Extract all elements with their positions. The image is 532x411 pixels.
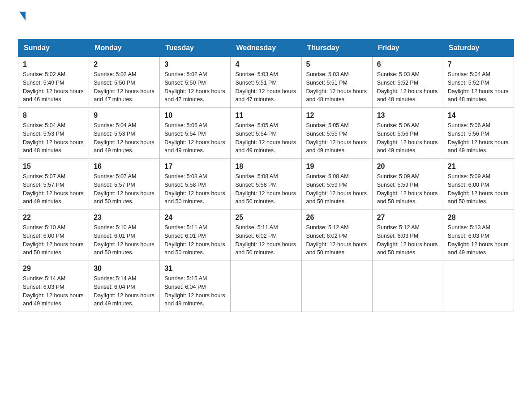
- day-number: 19: [306, 163, 368, 171]
- day-number: 15: [23, 163, 84, 171]
- calendar-cell: 9 Sunrise: 5:04 AM Sunset: 5:53 PM Dayli…: [89, 108, 160, 159]
- day-info: Sunrise: 5:15 AM Sunset: 6:04 PM Dayligh…: [164, 274, 226, 308]
- logo-arrow-icon: [19, 12, 26, 21]
- page-header: [18, 13, 514, 30]
- logo: [18, 13, 26, 30]
- calendar-cell: 6 Sunrise: 5:03 AM Sunset: 5:52 PM Dayli…: [372, 57, 443, 108]
- day-info: Sunrise: 5:13 AM Sunset: 6:03 PM Dayligh…: [448, 223, 509, 257]
- day-info: Sunrise: 5:03 AM Sunset: 5:51 PM Dayligh…: [235, 70, 296, 104]
- calendar-cell: [301, 261, 372, 312]
- day-number: 23: [94, 214, 155, 222]
- day-number: 16: [94, 163, 155, 171]
- day-info: Sunrise: 5:08 AM Sunset: 5:59 PM Dayligh…: [306, 172, 368, 206]
- day-info: Sunrise: 5:05 AM Sunset: 5:54 PM Dayligh…: [164, 121, 226, 155]
- day-number: 31: [164, 265, 226, 273]
- calendar-cell: 10 Sunrise: 5:05 AM Sunset: 5:54 PM Dayl…: [160, 108, 231, 159]
- day-info: Sunrise: 5:02 AM Sunset: 5:50 PM Dayligh…: [94, 70, 155, 104]
- day-number: 27: [377, 214, 438, 222]
- calendar-week-row: 22 Sunrise: 5:10 AM Sunset: 6:00 PM Dayl…: [18, 210, 514, 261]
- calendar-cell: 31 Sunrise: 5:15 AM Sunset: 6:04 PM Dayl…: [160, 261, 231, 312]
- calendar-cell: 30 Sunrise: 5:14 AM Sunset: 6:04 PM Dayl…: [89, 261, 160, 312]
- day-number: 6: [377, 60, 438, 68]
- calendar-table: SundayMondayTuesdayWednesdayThursdayFrid…: [18, 39, 514, 312]
- day-number: 26: [306, 214, 368, 222]
- day-info: Sunrise: 5:03 AM Sunset: 5:51 PM Dayligh…: [306, 70, 368, 104]
- day-info: Sunrise: 5:11 AM Sunset: 6:01 PM Dayligh…: [164, 223, 226, 257]
- day-info: Sunrise: 5:06 AM Sunset: 5:56 PM Dayligh…: [448, 121, 509, 155]
- calendar-cell: 25 Sunrise: 5:11 AM Sunset: 6:02 PM Dayl…: [231, 210, 301, 261]
- day-number: 10: [164, 111, 226, 120]
- calendar-cell: 23 Sunrise: 5:10 AM Sunset: 6:01 PM Dayl…: [89, 210, 160, 261]
- day-number: 12: [306, 111, 368, 120]
- day-info: Sunrise: 5:04 AM Sunset: 5:53 PM Dayligh…: [94, 121, 155, 155]
- calendar-week-row: 1 Sunrise: 5:02 AM Sunset: 5:49 PM Dayli…: [18, 57, 514, 108]
- calendar-cell: 5 Sunrise: 5:03 AM Sunset: 5:51 PM Dayli…: [301, 57, 372, 108]
- calendar-cell: 12 Sunrise: 5:05 AM Sunset: 5:55 PM Dayl…: [301, 108, 372, 159]
- day-number: 14: [448, 111, 509, 120]
- calendar-cell: [443, 261, 514, 312]
- column-header-sunday: Sunday: [18, 39, 89, 57]
- day-info: Sunrise: 5:07 AM Sunset: 5:57 PM Dayligh…: [23, 172, 84, 206]
- day-number: 3: [164, 60, 226, 68]
- day-number: 30: [94, 265, 155, 273]
- calendar-header-row: SundayMondayTuesdayWednesdayThursdayFrid…: [18, 39, 514, 57]
- day-number: 13: [377, 111, 438, 120]
- column-header-thursday: Thursday: [301, 39, 372, 57]
- day-number: 11: [235, 111, 296, 120]
- calendar-cell: 26 Sunrise: 5:12 AM Sunset: 6:02 PM Dayl…: [301, 210, 372, 261]
- day-info: Sunrise: 5:07 AM Sunset: 5:57 PM Dayligh…: [94, 172, 155, 206]
- day-info: Sunrise: 5:05 AM Sunset: 5:54 PM Dayligh…: [235, 121, 296, 155]
- day-info: Sunrise: 5:09 AM Sunset: 6:00 PM Dayligh…: [448, 172, 509, 206]
- calendar-cell: 24 Sunrise: 5:11 AM Sunset: 6:01 PM Dayl…: [160, 210, 231, 261]
- day-number: 17: [164, 163, 226, 171]
- day-info: Sunrise: 5:12 AM Sunset: 6:02 PM Dayligh…: [306, 223, 368, 257]
- day-number: 20: [377, 163, 438, 171]
- calendar-cell: 8 Sunrise: 5:04 AM Sunset: 5:53 PM Dayli…: [18, 108, 89, 159]
- day-info: Sunrise: 5:06 AM Sunset: 5:56 PM Dayligh…: [377, 121, 438, 155]
- calendar-week-row: 15 Sunrise: 5:07 AM Sunset: 5:57 PM Dayl…: [18, 159, 514, 210]
- calendar-cell: 16 Sunrise: 5:07 AM Sunset: 5:57 PM Dayl…: [89, 159, 160, 210]
- day-number: 25: [235, 214, 296, 222]
- day-number: 28: [448, 214, 509, 222]
- day-info: Sunrise: 5:14 AM Sunset: 6:03 PM Dayligh…: [23, 274, 84, 308]
- calendar-week-row: 8 Sunrise: 5:04 AM Sunset: 5:53 PM Dayli…: [18, 108, 514, 159]
- day-info: Sunrise: 5:10 AM Sunset: 6:01 PM Dayligh…: [94, 223, 155, 257]
- day-info: Sunrise: 5:08 AM Sunset: 5:58 PM Dayligh…: [235, 172, 296, 206]
- day-number: 4: [235, 60, 296, 68]
- calendar-cell: 1 Sunrise: 5:02 AM Sunset: 5:49 PM Dayli…: [18, 57, 89, 108]
- day-number: 7: [448, 60, 509, 68]
- calendar-cell: 17 Sunrise: 5:08 AM Sunset: 5:58 PM Dayl…: [160, 159, 231, 210]
- day-number: 18: [235, 163, 296, 171]
- day-info: Sunrise: 5:03 AM Sunset: 5:52 PM Dayligh…: [377, 70, 438, 104]
- calendar-cell: 29 Sunrise: 5:14 AM Sunset: 6:03 PM Dayl…: [18, 261, 89, 312]
- calendar-cell: [231, 261, 301, 312]
- calendar-cell: 22 Sunrise: 5:10 AM Sunset: 6:00 PM Dayl…: [18, 210, 89, 261]
- day-info: Sunrise: 5:04 AM Sunset: 5:52 PM Dayligh…: [448, 70, 509, 104]
- calendar-cell: [372, 261, 443, 312]
- day-number: 1: [23, 60, 84, 68]
- day-info: Sunrise: 5:05 AM Sunset: 5:55 PM Dayligh…: [306, 121, 368, 155]
- calendar-cell: 2 Sunrise: 5:02 AM Sunset: 5:50 PM Dayli…: [89, 57, 160, 108]
- day-info: Sunrise: 5:11 AM Sunset: 6:02 PM Dayligh…: [235, 223, 296, 257]
- calendar-cell: 21 Sunrise: 5:09 AM Sunset: 6:00 PM Dayl…: [443, 159, 514, 210]
- calendar-cell: 19 Sunrise: 5:08 AM Sunset: 5:59 PM Dayl…: [301, 159, 372, 210]
- calendar-week-row: 29 Sunrise: 5:14 AM Sunset: 6:03 PM Dayl…: [18, 261, 514, 312]
- logo-text: [18, 13, 26, 21]
- calendar-cell: 11 Sunrise: 5:05 AM Sunset: 5:54 PM Dayl…: [231, 108, 301, 159]
- day-number: 21: [448, 163, 509, 171]
- calendar-cell: 28 Sunrise: 5:13 AM Sunset: 6:03 PM Dayl…: [443, 210, 514, 261]
- calendar-cell: 7 Sunrise: 5:04 AM Sunset: 5:52 PM Dayli…: [443, 57, 514, 108]
- day-info: Sunrise: 5:10 AM Sunset: 6:00 PM Dayligh…: [23, 223, 84, 257]
- day-number: 29: [23, 265, 84, 273]
- column-header-monday: Monday: [89, 39, 160, 57]
- day-info: Sunrise: 5:04 AM Sunset: 5:53 PM Dayligh…: [23, 121, 84, 155]
- calendar-cell: 20 Sunrise: 5:09 AM Sunset: 5:59 PM Dayl…: [372, 159, 443, 210]
- calendar-cell: 4 Sunrise: 5:03 AM Sunset: 5:51 PM Dayli…: [231, 57, 301, 108]
- day-info: Sunrise: 5:14 AM Sunset: 6:04 PM Dayligh…: [94, 274, 155, 308]
- day-number: 9: [94, 111, 155, 120]
- day-info: Sunrise: 5:09 AM Sunset: 5:59 PM Dayligh…: [377, 172, 438, 206]
- calendar-cell: 15 Sunrise: 5:07 AM Sunset: 5:57 PM Dayl…: [18, 159, 89, 210]
- calendar-cell: 14 Sunrise: 5:06 AM Sunset: 5:56 PM Dayl…: [443, 108, 514, 159]
- calendar-cell: 3 Sunrise: 5:02 AM Sunset: 5:50 PM Dayli…: [160, 57, 231, 108]
- day-number: 24: [164, 214, 226, 222]
